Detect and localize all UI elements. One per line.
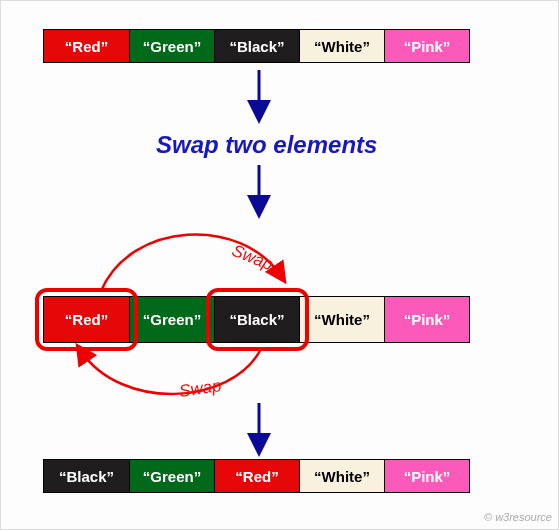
array-row-initial: “Red” “Green” “Black” “White” “Pink” [43,29,470,63]
cell: “Red” [44,297,129,342]
cell: “Green” [129,460,214,492]
diagram-title: Swap two elements [156,131,377,159]
cell: “Red” [214,460,299,492]
arrow-down-icon [239,399,279,459]
cell: “Black” [214,297,299,342]
cell: “Black” [44,460,129,492]
cell: “Black” [214,30,299,62]
cell: “White” [299,297,384,342]
cell: “White” [299,460,384,492]
cell: “Pink” [384,297,469,342]
array-row-highlighted: “Red” “Green” “Black” “White” “Pink” [43,296,470,343]
cell: “Pink” [384,30,469,62]
array-row-result: “Black” “Green” “Red” “White” “Pink” [43,459,470,493]
cell: “Pink” [384,460,469,492]
arrow-down-icon [239,66,279,126]
cell: “White” [299,30,384,62]
credit-text: © w3resource [484,511,552,523]
cell: “Red” [44,30,129,62]
cell: “Green” [129,297,214,342]
arrow-down-icon [239,161,279,221]
cell: “Green” [129,30,214,62]
diagram-canvas: “Red” “Green” “Black” “White” “Pink” Swa… [0,0,559,530]
